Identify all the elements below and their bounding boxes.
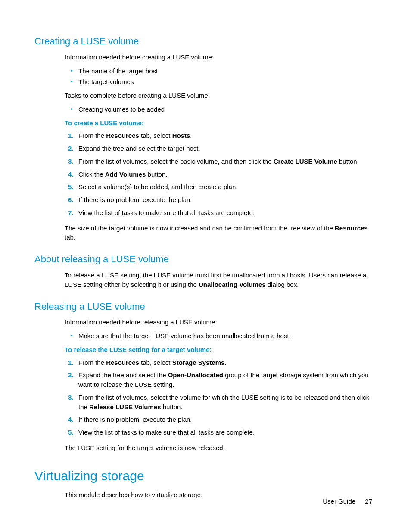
steps-release: From the Resources tab, select Storage S… [65, 358, 372, 437]
text: tab, select [139, 359, 172, 366]
procedure-title-release: To release the LUSE setting for a target… [65, 345, 372, 355]
para-intro: Information needed before releasing a LU… [65, 317, 372, 327]
text: tab, select [139, 132, 172, 139]
bullet-list-3: Make sure that the target LUSE volume ha… [65, 331, 372, 341]
text: tab. [65, 233, 75, 241]
para-result: The size of the target volume is now inc… [65, 224, 372, 243]
step: Select a volume(s) to be added, and then… [65, 182, 372, 192]
heading-creating-luse: Creating a LUSE volume [34, 34, 372, 48]
text: button. [146, 171, 167, 178]
step: From the list of volumes, select the bas… [65, 157, 372, 166]
page-footer: User Guide 27 [323, 497, 372, 506]
para-about: To release a LUSE setting, the LUSE volu… [65, 271, 372, 289]
section-about-releasing-body: To release a LUSE setting, the LUSE volu… [65, 271, 372, 289]
text: The size of the target volume is now inc… [65, 224, 335, 232]
bold: Open-Unallocated [168, 371, 223, 379]
step: From the list of volumes, select the vol… [65, 393, 372, 412]
heading-about-releasing: About releasing a LUSE volume [34, 252, 372, 266]
para-intro2: Tasks to complete before creating a LUSE… [65, 91, 372, 100]
text: Click the [78, 171, 105, 178]
step: View the list of tasks to make sure that… [65, 428, 372, 437]
bold: Unallocating Volumes [199, 281, 266, 288]
step: Click the Add Volumes button. [65, 170, 372, 179]
text: . [224, 359, 226, 366]
bullet-list-2: Creating volumes to be added [65, 105, 372, 114]
para-result: The LUSE setting for the target volume i… [65, 443, 372, 453]
footer-label: User Guide [323, 498, 355, 505]
step: Expand the tree and select the target ho… [65, 144, 372, 153]
bold: Hosts [172, 132, 190, 139]
bullet-list-1: The name of the target host The target v… [65, 66, 372, 87]
para-intro1: Information needed before creating a LUS… [65, 53, 372, 62]
text: button. [161, 403, 183, 411]
list-item: Creating volumes to be added [65, 105, 372, 114]
text: From the list of volumes, select the bas… [78, 158, 274, 165]
section-releasing-luse-body: Information needed before releasing a LU… [65, 317, 372, 452]
list-item: The name of the target host [65, 66, 372, 76]
bold: Resources [106, 132, 139, 139]
step: View the list of tasks to make sure that… [65, 208, 372, 218]
step: If there is no problem, execute the plan… [65, 415, 372, 424]
bold: Resources [106, 359, 139, 366]
bold: Resources [335, 224, 368, 232]
step: If there is no problem, execute the plan… [65, 195, 372, 205]
bold: Storage Systems [172, 359, 225, 366]
list-item: Make sure that the target LUSE volume ha… [65, 331, 372, 341]
step: Expand the tree and select the Open-Unal… [65, 370, 372, 389]
text: From the [78, 359, 106, 366]
page-number: 27 [365, 498, 372, 505]
bold: Add Volumes [105, 171, 146, 178]
document-page: Creating a LUSE volume Information neede… [0, 0, 411, 532]
steps-create: From the Resources tab, select Hosts. Ex… [65, 131, 372, 217]
text: dialog box. [266, 281, 299, 288]
bold: Create LUSE Volume [274, 158, 337, 165]
heading-virtualizing-storage: Virtualizing storage [34, 467, 372, 485]
text: Expand the tree and select the [78, 371, 168, 379]
list-item: The target volumes [65, 77, 372, 87]
section-creating-luse-body: Information needed before creating a LUS… [65, 53, 372, 242]
step: From the Resources tab, select Hosts. [65, 131, 372, 140]
text: button. [337, 158, 359, 165]
text: . [190, 132, 192, 139]
procedure-title-create: To create a LUSE volume: [65, 118, 372, 128]
bold: Release LUSE Volumes [89, 403, 161, 411]
text: From the [78, 132, 106, 139]
step: From the Resources tab, select Storage S… [65, 358, 372, 367]
heading-releasing-luse: Releasing a LUSE volume [34, 300, 372, 314]
